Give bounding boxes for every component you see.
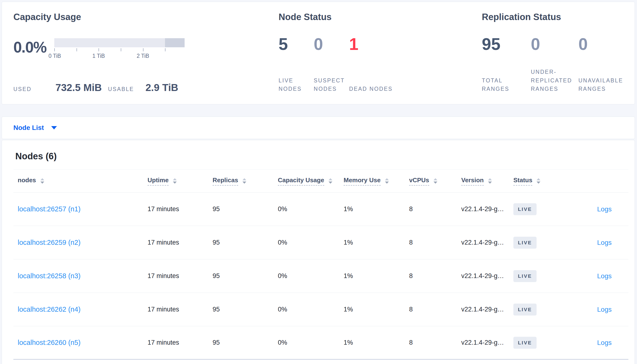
capacity-usage-title: Capacity Usage <box>14 12 278 22</box>
nodes-panel: Nodes (6) nodes Uptime Replicas Capacity… <box>2 140 635 364</box>
logs-link[interactable]: Logs <box>597 306 612 313</box>
unavailable-ranges-label: UNAVAILABLE RANGES <box>578 76 634 94</box>
usable-label: USABLE <box>108 86 134 92</box>
capacity-axis-ticks <box>54 48 185 52</box>
replicas-cell: 95 <box>213 272 278 280</box>
column-label-status: Status <box>513 176 532 186</box>
live-nodes-label: LIVE NODES <box>278 76 314 94</box>
axis-label: 2 TiB <box>137 53 149 59</box>
axis-label: 0 TiB <box>49 53 61 59</box>
sort-icon[interactable] <box>329 178 332 184</box>
view-selector-dropdown[interactable]: Node List <box>2 116 635 139</box>
vcpus-cell: 8 <box>409 239 461 246</box>
table-header-row: nodes Uptime Replicas Capacity Usage Mem… <box>14 169 628 192</box>
total-ranges-value: 95 <box>482 36 531 52</box>
replicas-cell: 95 <box>213 339 278 346</box>
capacity-bar-reserved-segment <box>165 38 185 47</box>
uptime-cell: 17 minutes <box>148 239 213 246</box>
sort-icon[interactable] <box>242 178 246 184</box>
capacity-usage-cell: 0% <box>278 306 344 313</box>
logs-link[interactable]: Logs <box>597 272 612 280</box>
table-row: localhost:26262 (n4) 17 minutes 95 0% 1%… <box>14 293 628 326</box>
suspect-nodes-label: SUSPECT NODES <box>314 76 349 94</box>
column-label-uptime: Uptime <box>148 176 169 186</box>
unavailable-ranges-value: 0 <box>578 36 634 52</box>
column-header[interactable]: Uptime <box>148 176 213 186</box>
table-row: localhost:26258 (n3) 17 minutes 95 0% 1%… <box>14 260 628 293</box>
column-label-capacity-usage: Capacity Usage <box>278 176 324 186</box>
table-row: localhost:26259 (n2) 17 minutes 95 0% 1%… <box>14 226 628 260</box>
logs-link[interactable]: Logs <box>597 239 612 246</box>
used-label: USED <box>14 86 32 92</box>
logs-link[interactable]: Logs <box>597 206 612 213</box>
column-header[interactable]: nodes <box>14 176 148 186</box>
replication-status-title: Replication Status <box>482 12 634 22</box>
column-header[interactable]: Capacity Usage <box>278 176 344 186</box>
column-label-nodes: nodes <box>18 176 36 186</box>
version-cell: v22.1.4-29-g… <box>461 239 513 246</box>
column-header[interactable]: Status <box>513 176 571 186</box>
node-status-title: Node Status <box>278 12 480 22</box>
capacity-usage-detail: USED 732.5 MiB USABLE 2.9 TiB <box>14 82 278 94</box>
node-status-section: Node Status 5 LIVE NODES 0 SUSPECT NODES… <box>278 2 480 104</box>
node-address-link[interactable]: localhost:26262 (n4) <box>18 306 81 313</box>
memory-use-cell: 1% <box>344 206 409 213</box>
uptime-cell: 17 minutes <box>148 206 213 213</box>
node-address-link[interactable]: localhost:26257 (n1) <box>18 205 81 213</box>
version-cell: v22.1.4-29-g… <box>461 206 513 213</box>
status-badge: LIVE <box>513 270 537 282</box>
vcpus-cell: 8 <box>409 306 461 313</box>
capacity-usage-cell: 0% <box>278 239 344 246</box>
column-header[interactable]: vCPUs <box>409 176 461 186</box>
memory-use-cell: 1% <box>344 339 409 346</box>
column-label-memory-use: Memory Use <box>344 176 381 186</box>
under-replicated-ranges-value: 0 <box>531 36 578 52</box>
dead-nodes-stat: 1 DEAD NODES <box>349 36 395 94</box>
capacity-gauge: 0.0% 0 TiB 1 TiB 2 TiB <box>14 38 278 60</box>
capacity-percent-value: 0.0% <box>14 38 54 55</box>
sort-icon[interactable] <box>41 178 44 184</box>
node-address-link[interactable]: localhost:26259 (n2) <box>18 238 81 246</box>
replicas-cell: 95 <box>213 239 278 246</box>
sort-icon[interactable] <box>385 178 389 184</box>
column-header[interactable]: Replicas <box>213 176 278 186</box>
table-body: localhost:26257 (n1) 17 minutes 95 0% 1%… <box>14 192 628 360</box>
dead-nodes-label: DEAD NODES <box>349 85 395 94</box>
sort-icon[interactable] <box>537 178 540 184</box>
view-selector-label[interactable]: Node List <box>14 124 44 132</box>
axis-label: 1 TiB <box>92 53 105 59</box>
nodes-table: nodes Uptime Replicas Capacity Usage Mem… <box>14 169 628 360</box>
replicas-cell: 95 <box>213 206 278 213</box>
live-nodes-stat: 5 LIVE NODES <box>278 36 314 94</box>
column-label-version: Version <box>461 176 484 186</box>
sort-icon[interactable] <box>434 178 437 184</box>
version-cell: v22.1.4-29-g… <box>461 306 513 313</box>
suspect-nodes-value: 0 <box>314 36 349 52</box>
status-badge: LIVE <box>513 237 537 249</box>
caret-down-icon <box>51 126 57 130</box>
memory-use-cell: 1% <box>344 306 409 313</box>
dead-nodes-value: 1 <box>349 36 395 52</box>
table-row: localhost:26257 (n1) 17 minutes 95 0% 1%… <box>14 192 628 226</box>
logs-link[interactable]: Logs <box>597 339 612 346</box>
uptime-cell: 17 minutes <box>148 306 213 313</box>
node-address-link[interactable]: localhost:26258 (n3) <box>18 272 81 280</box>
node-address-link[interactable]: localhost:26260 (n5) <box>18 339 81 346</box>
column-header[interactable]: Version <box>461 176 513 186</box>
version-cell: v22.1.4-29-g… <box>461 272 513 280</box>
sort-icon[interactable] <box>173 178 177 184</box>
table-row: localhost:26260 (n5) 17 minutes 95 0% 1%… <box>14 326 628 360</box>
used-value: 732.5 MiB <box>56 82 102 94</box>
memory-use-cell: 1% <box>344 239 409 246</box>
total-ranges-label: TOTAL RANGES <box>482 76 531 94</box>
replication-status-stats: 95 TOTAL RANGES 0 UNDER-REPLICATED RANGE… <box>482 36 634 94</box>
nodes-title: Nodes (6) <box>15 140 628 162</box>
capacity-usage-cell: 0% <box>278 339 344 346</box>
sort-icon[interactable] <box>488 178 492 184</box>
replicas-cell: 95 <box>213 306 278 313</box>
usable-value: 2.9 TiB <box>145 82 178 94</box>
status-badge: LIVE <box>513 337 537 349</box>
column-header[interactable]: Memory Use <box>344 176 409 186</box>
status-badge: LIVE <box>513 304 537 316</box>
column-label-replicas: Replicas <box>213 176 238 186</box>
